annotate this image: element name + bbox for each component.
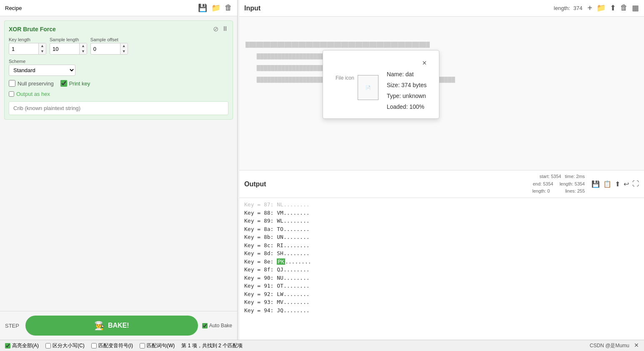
output-copy-icon[interactable]: 📋 (603, 180, 611, 188)
recipe-folder-icon[interactable]: 📁 (211, 3, 221, 13)
output-line: Key = 8a: TO........ (244, 225, 639, 233)
key-length-down[interactable]: ▼ (39, 49, 46, 54)
word-match-checkbox[interactable] (140, 343, 145, 348)
file-info-popup: × File icon 📄 Name: dat Size: 374 bytes … (323, 50, 439, 119)
output-as-hex-checkbox[interactable] (9, 91, 14, 97)
close-branding-icon[interactable]: ✕ (634, 342, 639, 348)
output-start-label: start: (539, 174, 549, 179)
auto-bake-label: Auto Bake (209, 323, 232, 328)
sample-length-input[interactable] (50, 44, 79, 54)
sample-offset-label: Sample offset (90, 37, 128, 42)
bake-button[interactable]: 👨‍🍳 BAKE! (25, 316, 198, 336)
output-as-hex-option[interactable]: Output as hex (9, 91, 50, 97)
input-grid-icon[interactable]: ▦ (632, 3, 639, 13)
pause-icon[interactable]: ⏸ (222, 25, 228, 33)
auto-bake-option[interactable]: Auto Bake (202, 323, 232, 328)
case-sensitive-checkbox[interactable] (45, 343, 51, 348)
sample-offset-input[interactable] (91, 44, 120, 54)
output-as-hex-label: Output as hex (16, 91, 50, 97)
regexp-option[interactable]: 匹配变音符号(I) (91, 342, 133, 349)
sample-offset-up[interactable]: ▲ (120, 43, 128, 49)
output-output-length-value: 5354 (575, 181, 585, 186)
output-line: Key = 90: NU........ (244, 274, 639, 282)
step-label: STEP (5, 323, 19, 329)
regexp-checkbox[interactable] (91, 343, 97, 348)
output-undo-icon[interactable]: ↩ (624, 180, 629, 188)
output-time-value: 2ms (576, 174, 585, 179)
output-line: Key = 92: LW........ (244, 290, 639, 298)
output-line: Key = 91: OT........ (244, 282, 639, 290)
file-icon-label: File icon (336, 75, 354, 81)
output-line: Key = 8e: PK........ (244, 258, 639, 266)
bottom-bar: 高亮全部(A) 区分大小写(C) 匹配变音符号(I) 匹配词句(W) 第 1 项… (0, 340, 644, 351)
word-match-option[interactable]: 匹配词句(W) (140, 342, 175, 349)
output-output-length-label: length: (559, 181, 573, 186)
key-length-label: Key length (9, 37, 46, 42)
sample-length-label: Sample length (50, 37, 87, 42)
sample-length-up[interactable]: ▲ (80, 43, 87, 49)
input-length-value: 374 (574, 5, 583, 11)
file-loaded: Loaded: 100% (387, 103, 427, 110)
output-content[interactable]: Key = 87: NL........Key = 88: VM........… (239, 198, 644, 340)
output-start-value: 5354 (551, 174, 561, 179)
null-preserving-label: Null preserving (18, 80, 54, 87)
key-length-up[interactable]: ▲ (39, 43, 46, 49)
output-end-label: end: (533, 181, 541, 186)
null-preserving-option[interactable]: Null preserving (9, 80, 54, 87)
output-meta: start: 5354 time: 2ms end: 5354 length: … (532, 173, 585, 195)
print-key-option[interactable]: Print key (60, 80, 90, 87)
output-line: Key = 89: WL........ (244, 217, 639, 225)
input-upload-icon[interactable]: ⬆ (610, 3, 616, 13)
input-content: ████████████████████████████████████████… (239, 17, 644, 107)
null-preserving-checkbox[interactable] (9, 80, 15, 87)
case-sensitive-label: 区分大小写(C) (53, 342, 85, 349)
word-match-label: 匹配词句(W) (147, 342, 175, 349)
highlight-all-checkbox[interactable] (5, 343, 10, 348)
recipe-title: Recipe (5, 5, 22, 11)
sample-offset-down[interactable]: ▼ (120, 49, 128, 54)
bake-label: BAKE! (108, 322, 129, 329)
output-line: Key = 88: VM........ (244, 209, 639, 217)
crib-input[interactable] (9, 101, 228, 115)
disable-icon[interactable]: ⊘ (213, 25, 218, 33)
auto-bake-checkbox[interactable] (202, 323, 208, 328)
input-length-label: length: (554, 5, 570, 11)
scheme-select[interactable]: Standard (9, 65, 75, 76)
branding: CSDN @是Mumu (590, 343, 629, 348)
case-sensitive-option[interactable]: 区分大小写(C) (45, 342, 85, 349)
input-area[interactable]: ████████████████████████████████████████… (239, 17, 644, 170)
output-line: Key = 8d: SH........ (244, 249, 639, 258)
input-folder-icon[interactable]: 📁 (596, 3, 606, 13)
scheme-label: Scheme (9, 59, 228, 64)
sample-length-down[interactable]: ▼ (80, 49, 87, 54)
output-line: Key = 94: JQ........ (244, 306, 639, 315)
key-length-input[interactable] (9, 44, 38, 54)
file-name: Name: dat (387, 71, 427, 78)
input-trash-icon[interactable]: 🗑 (620, 3, 628, 13)
recipe-save-icon[interactable]: 💾 (198, 3, 207, 13)
print-key-checkbox[interactable] (60, 80, 67, 87)
output-lines-label: lines: (565, 188, 576, 193)
output-export-icon[interactable]: ⬆ (615, 180, 620, 188)
recipe-trash-icon[interactable]: 🗑 (225, 3, 232, 13)
highlight-all-option[interactable]: 高亮全部(A) (5, 342, 39, 349)
regexp-label: 匹配变音符号(I) (98, 342, 133, 349)
output-save-icon[interactable]: 💾 (591, 180, 600, 188)
match-info: 第 1 项，共找到 2 个匹配项 (181, 342, 243, 349)
output-lines-value: 255 (577, 188, 585, 193)
output-length-value: 0 (547, 188, 550, 193)
output-time-label: time: (565, 174, 575, 179)
file-type: Type: unknown (387, 93, 427, 99)
highlight-all-label: 高亮全部(A) (12, 342, 39, 349)
output-title: Output (244, 181, 266, 188)
operation-title: XOR Brute Force (9, 26, 56, 33)
file-icon-box: 📄 (358, 75, 378, 100)
output-end-value: 5354 (543, 181, 553, 186)
output-length-label: length: (532, 188, 546, 193)
input-title: Input (244, 5, 261, 12)
output-expand-icon[interactable]: ⛶ (632, 180, 639, 188)
input-add-icon[interactable]: + (587, 3, 592, 13)
bake-chef-icon: 👨‍🍳 (94, 321, 105, 331)
file-size: Size: 374 bytes (387, 82, 427, 88)
popup-close-button[interactable]: × (422, 59, 427, 68)
